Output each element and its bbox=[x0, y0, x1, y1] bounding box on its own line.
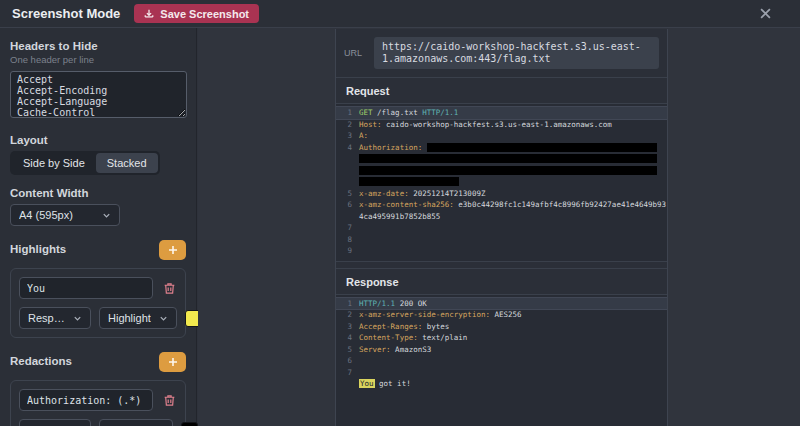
highlight-style-select[interactable]: Highlight bbox=[99, 307, 177, 329]
code-token: HTTP/1.1 bbox=[422, 108, 458, 117]
highlight-rule-card: Response Highlight bbox=[10, 268, 186, 338]
code-line bbox=[336, 165, 667, 177]
layout-toggle: Side by Side Stacked bbox=[10, 151, 160, 175]
code-token: A: bbox=[359, 131, 368, 140]
code-token: 200 OK bbox=[395, 299, 427, 308]
code-line: 4Content-Type: text/plain bbox=[336, 332, 667, 344]
redaction-target-select[interactable]: Request bbox=[19, 419, 91, 426]
redaction-bar bbox=[359, 154, 657, 163]
line-number: 2 bbox=[340, 310, 352, 319]
code-line bbox=[336, 153, 667, 165]
redaction-color-swatch[interactable] bbox=[181, 422, 198, 426]
line-number: 4 bbox=[340, 333, 352, 342]
line-number: 7 bbox=[340, 223, 352, 232]
code-token: Host: bbox=[359, 120, 382, 129]
redactions-header: Redactions bbox=[10, 352, 186, 372]
headers-to-hide-hint: One header per line bbox=[10, 54, 186, 65]
highlights-header: Highlights bbox=[10, 240, 186, 260]
line-number: 1 bbox=[340, 299, 352, 308]
code-line: 1GET /flag.txt HTTP/1.1 bbox=[336, 107, 667, 119]
plus-icon bbox=[168, 357, 178, 367]
line-number: 6 bbox=[340, 356, 352, 365]
page-title: Screenshot Mode bbox=[12, 6, 120, 21]
chevron-down-icon bbox=[102, 211, 111, 220]
preview-canvas: URL https://caido-workshop-hackfest.s3.u… bbox=[198, 28, 800, 426]
headers-to-hide-section: Headers to Hide One header per line Acce… bbox=[10, 40, 186, 122]
code-token: 20251214T213009Z bbox=[409, 189, 486, 198]
code-token: Accept-Ranges: bbox=[359, 322, 422, 331]
url-label: URL bbox=[344, 48, 366, 58]
highlights-label: Highlights bbox=[10, 243, 66, 255]
settings-sidebar: Headers to Hide One header per line Acce… bbox=[0, 28, 197, 426]
headers-to-hide-textarea[interactable]: Accept Accept-Encoding Accept-Language C… bbox=[10, 71, 187, 118]
content-width-select[interactable]: A4 (595px) bbox=[10, 204, 120, 226]
url-row: URL https://caido-workshop-hackfest.s3.u… bbox=[336, 29, 667, 77]
code-token: You bbox=[359, 379, 375, 388]
code-line: 7 bbox=[336, 222, 667, 234]
code-line: 4ca495991b7852b855 bbox=[336, 211, 667, 223]
trash-icon[interactable] bbox=[161, 392, 177, 408]
chevron-down-icon bbox=[73, 314, 82, 323]
request-code-block: 1GET /flag.txt HTTP/1.12Host: caido-work… bbox=[336, 103, 667, 262]
code-token: AmazonS3 bbox=[391, 345, 432, 354]
code-token: text/plain bbox=[418, 333, 468, 342]
layout-option-side-by-side[interactable]: Side by Side bbox=[12, 153, 96, 173]
highlight-target-select[interactable]: Response bbox=[19, 307, 91, 329]
download-icon bbox=[144, 9, 154, 19]
code-token: Authorization: bbox=[359, 143, 422, 152]
redaction-bar bbox=[427, 143, 657, 152]
highlight-pattern-input[interactable] bbox=[19, 277, 153, 299]
code-token: x-amz-date: bbox=[359, 189, 409, 198]
layout-label: Layout bbox=[10, 134, 186, 146]
redaction-bar bbox=[359, 166, 657, 175]
screenshot-preview-document: URL https://caido-workshop-hackfest.s3.u… bbox=[335, 29, 668, 426]
code-line: 3A: bbox=[336, 130, 667, 142]
code-line: 2x-amz-server-side-encryption: AES256 bbox=[336, 309, 667, 321]
code-token: got it! bbox=[375, 379, 411, 388]
url-value: https://caido-workshop-hackfest.s3.us-ea… bbox=[382, 41, 650, 65]
code-token: GET bbox=[359, 108, 373, 117]
add-redaction-button[interactable] bbox=[159, 352, 186, 372]
line-number: 6 bbox=[340, 200, 352, 209]
layout-option-stacked[interactable]: Stacked bbox=[96, 153, 158, 173]
highlight-style-value: Highlight bbox=[108, 312, 151, 324]
top-bar: Screenshot Mode Save Screenshot bbox=[0, 0, 800, 28]
code-token: x-amz-server-side-encryption: bbox=[359, 310, 490, 319]
code-line: 1HTTP/1.1 200 OK bbox=[336, 298, 667, 310]
code-line: 4Authorization: bbox=[336, 142, 667, 154]
code-line: 7 bbox=[336, 367, 667, 379]
code-line: 8 bbox=[336, 234, 667, 246]
save-screenshot-label: Save Screenshot bbox=[160, 8, 249, 20]
redaction-rule-card: Request Opaque Group 1 bbox=[10, 380, 186, 426]
code-token: Content-Type: bbox=[359, 333, 418, 342]
close-icon[interactable] bbox=[756, 5, 774, 23]
line-number: 8 bbox=[340, 235, 352, 244]
code-token: caido-workshop-hackfest.s3.us-east-1.ama… bbox=[382, 120, 612, 129]
url-field[interactable]: https://caido-workshop-hackfest.s3.us-ea… bbox=[374, 37, 659, 69]
redaction-style-select[interactable]: Opaque bbox=[99, 419, 173, 426]
add-highlight-button[interactable] bbox=[159, 240, 186, 260]
save-screenshot-button[interactable]: Save Screenshot bbox=[134, 4, 259, 23]
request-title: Request bbox=[336, 78, 667, 103]
highlight-target-value: Response bbox=[28, 312, 65, 324]
redaction-pattern-input[interactable] bbox=[19, 389, 153, 411]
line-number: 5 bbox=[340, 189, 352, 198]
code-line: 9 bbox=[336, 245, 667, 257]
trash-icon[interactable] bbox=[161, 280, 177, 296]
code-line: 5x-amz-date: 20251214T213009Z bbox=[336, 188, 667, 200]
code-line: You got it! bbox=[336, 378, 667, 390]
chevron-down-icon bbox=[159, 314, 168, 323]
code-line: 2Host: caido-workshop-hackfest.s3.us-eas… bbox=[336, 119, 667, 131]
line-number: 9 bbox=[340, 246, 352, 255]
redaction-bar bbox=[359, 177, 459, 186]
code-token: 4ca495991b7852b855 bbox=[359, 212, 440, 221]
content-width-section: Content Width A4 (595px) bbox=[10, 187, 186, 226]
code-token: /flag.txt bbox=[373, 108, 423, 117]
content-width-label: Content Width bbox=[10, 187, 186, 199]
code-line: 6 bbox=[336, 355, 667, 367]
line-number: 3 bbox=[340, 322, 352, 331]
response-code-block: 1HTTP/1.1 200 OK2x-amz-server-side-encry… bbox=[336, 294, 667, 426]
plus-icon bbox=[168, 245, 178, 255]
line-number: 4 bbox=[340, 143, 352, 152]
line-number: 5 bbox=[340, 345, 352, 354]
